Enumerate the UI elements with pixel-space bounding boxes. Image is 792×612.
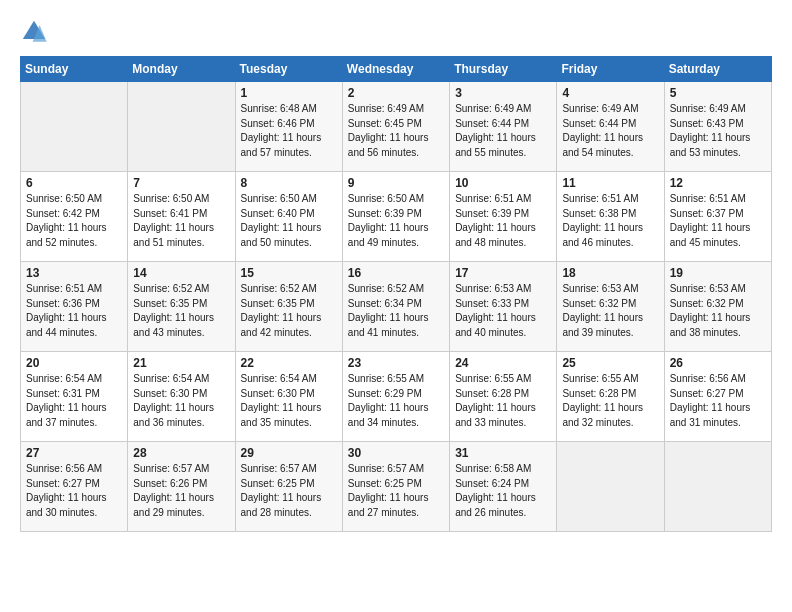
day-number: 19 <box>670 266 766 280</box>
day-info: Sunrise: 6:50 AMSunset: 6:42 PMDaylight:… <box>26 192 122 250</box>
day-info: Sunrise: 6:50 AMSunset: 6:40 PMDaylight:… <box>241 192 337 250</box>
day-number: 11 <box>562 176 658 190</box>
day-info: Sunrise: 6:52 AMSunset: 6:35 PMDaylight:… <box>133 282 229 340</box>
day-info: Sunrise: 6:51 AMSunset: 6:38 PMDaylight:… <box>562 192 658 250</box>
calendar-cell: 1Sunrise: 6:48 AMSunset: 6:46 PMDaylight… <box>235 82 342 172</box>
calendar-cell <box>557 442 664 532</box>
day-info: Sunrise: 6:58 AMSunset: 6:24 PMDaylight:… <box>455 462 551 520</box>
day-info: Sunrise: 6:49 AMSunset: 6:44 PMDaylight:… <box>562 102 658 160</box>
calendar-cell <box>21 82 128 172</box>
day-number: 30 <box>348 446 444 460</box>
weekday-header: Sunday <box>21 57 128 82</box>
day-info: Sunrise: 6:57 AMSunset: 6:25 PMDaylight:… <box>348 462 444 520</box>
day-info: Sunrise: 6:54 AMSunset: 6:30 PMDaylight:… <box>133 372 229 430</box>
day-number: 24 <box>455 356 551 370</box>
day-info: Sunrise: 6:55 AMSunset: 6:28 PMDaylight:… <box>562 372 658 430</box>
calendar-cell: 30Sunrise: 6:57 AMSunset: 6:25 PMDayligh… <box>342 442 449 532</box>
day-info: Sunrise: 6:51 AMSunset: 6:39 PMDaylight:… <box>455 192 551 250</box>
calendar-cell: 9Sunrise: 6:50 AMSunset: 6:39 PMDaylight… <box>342 172 449 262</box>
calendar-cell: 24Sunrise: 6:55 AMSunset: 6:28 PMDayligh… <box>450 352 557 442</box>
calendar-cell: 26Sunrise: 6:56 AMSunset: 6:27 PMDayligh… <box>664 352 771 442</box>
day-number: 4 <box>562 86 658 100</box>
header <box>20 18 772 46</box>
day-info: Sunrise: 6:54 AMSunset: 6:31 PMDaylight:… <box>26 372 122 430</box>
calendar-cell: 28Sunrise: 6:57 AMSunset: 6:26 PMDayligh… <box>128 442 235 532</box>
calendar-cell: 20Sunrise: 6:54 AMSunset: 6:31 PMDayligh… <box>21 352 128 442</box>
day-info: Sunrise: 6:52 AMSunset: 6:34 PMDaylight:… <box>348 282 444 340</box>
day-info: Sunrise: 6:57 AMSunset: 6:25 PMDaylight:… <box>241 462 337 520</box>
calendar-cell: 16Sunrise: 6:52 AMSunset: 6:34 PMDayligh… <box>342 262 449 352</box>
calendar-cell: 22Sunrise: 6:54 AMSunset: 6:30 PMDayligh… <box>235 352 342 442</box>
day-info: Sunrise: 6:54 AMSunset: 6:30 PMDaylight:… <box>241 372 337 430</box>
calendar-cell <box>664 442 771 532</box>
calendar-cell: 4Sunrise: 6:49 AMSunset: 6:44 PMDaylight… <box>557 82 664 172</box>
day-number: 5 <box>670 86 766 100</box>
day-number: 6 <box>26 176 122 190</box>
day-info: Sunrise: 6:55 AMSunset: 6:29 PMDaylight:… <box>348 372 444 430</box>
day-number: 31 <box>455 446 551 460</box>
calendar-cell: 7Sunrise: 6:50 AMSunset: 6:41 PMDaylight… <box>128 172 235 262</box>
calendar-cell: 17Sunrise: 6:53 AMSunset: 6:33 PMDayligh… <box>450 262 557 352</box>
day-info: Sunrise: 6:57 AMSunset: 6:26 PMDaylight:… <box>133 462 229 520</box>
day-number: 1 <box>241 86 337 100</box>
day-number: 10 <box>455 176 551 190</box>
day-number: 3 <box>455 86 551 100</box>
day-number: 9 <box>348 176 444 190</box>
weekday-header: Thursday <box>450 57 557 82</box>
day-number: 22 <box>241 356 337 370</box>
day-number: 18 <box>562 266 658 280</box>
day-info: Sunrise: 6:56 AMSunset: 6:27 PMDaylight:… <box>26 462 122 520</box>
calendar-week-row: 27Sunrise: 6:56 AMSunset: 6:27 PMDayligh… <box>21 442 772 532</box>
day-info: Sunrise: 6:51 AMSunset: 6:36 PMDaylight:… <box>26 282 122 340</box>
logo <box>20 18 52 46</box>
calendar-cell: 8Sunrise: 6:50 AMSunset: 6:40 PMDaylight… <box>235 172 342 262</box>
day-number: 8 <box>241 176 337 190</box>
calendar-week-row: 1Sunrise: 6:48 AMSunset: 6:46 PMDaylight… <box>21 82 772 172</box>
calendar-cell: 6Sunrise: 6:50 AMSunset: 6:42 PMDaylight… <box>21 172 128 262</box>
day-info: Sunrise: 6:48 AMSunset: 6:46 PMDaylight:… <box>241 102 337 160</box>
calendar-cell: 12Sunrise: 6:51 AMSunset: 6:37 PMDayligh… <box>664 172 771 262</box>
day-number: 21 <box>133 356 229 370</box>
weekday-header: Monday <box>128 57 235 82</box>
day-info: Sunrise: 6:56 AMSunset: 6:27 PMDaylight:… <box>670 372 766 430</box>
day-info: Sunrise: 6:55 AMSunset: 6:28 PMDaylight:… <box>455 372 551 430</box>
day-number: 27 <box>26 446 122 460</box>
weekday-header: Wednesday <box>342 57 449 82</box>
day-number: 7 <box>133 176 229 190</box>
calendar-table: SundayMondayTuesdayWednesdayThursdayFrid… <box>20 56 772 532</box>
calendar-cell: 27Sunrise: 6:56 AMSunset: 6:27 PMDayligh… <box>21 442 128 532</box>
calendar-cell: 2Sunrise: 6:49 AMSunset: 6:45 PMDaylight… <box>342 82 449 172</box>
calendar-cell: 19Sunrise: 6:53 AMSunset: 6:32 PMDayligh… <box>664 262 771 352</box>
calendar-cell: 15Sunrise: 6:52 AMSunset: 6:35 PMDayligh… <box>235 262 342 352</box>
day-number: 14 <box>133 266 229 280</box>
calendar-cell: 13Sunrise: 6:51 AMSunset: 6:36 PMDayligh… <box>21 262 128 352</box>
day-number: 28 <box>133 446 229 460</box>
day-number: 23 <box>348 356 444 370</box>
calendar-cell: 18Sunrise: 6:53 AMSunset: 6:32 PMDayligh… <box>557 262 664 352</box>
calendar-week-row: 13Sunrise: 6:51 AMSunset: 6:36 PMDayligh… <box>21 262 772 352</box>
day-number: 16 <box>348 266 444 280</box>
calendar-cell: 25Sunrise: 6:55 AMSunset: 6:28 PMDayligh… <box>557 352 664 442</box>
calendar-cell: 10Sunrise: 6:51 AMSunset: 6:39 PMDayligh… <box>450 172 557 262</box>
day-info: Sunrise: 6:51 AMSunset: 6:37 PMDaylight:… <box>670 192 766 250</box>
calendar-cell: 3Sunrise: 6:49 AMSunset: 6:44 PMDaylight… <box>450 82 557 172</box>
calendar-cell: 31Sunrise: 6:58 AMSunset: 6:24 PMDayligh… <box>450 442 557 532</box>
logo-icon <box>20 18 48 46</box>
day-info: Sunrise: 6:53 AMSunset: 6:33 PMDaylight:… <box>455 282 551 340</box>
day-number: 2 <box>348 86 444 100</box>
day-number: 26 <box>670 356 766 370</box>
day-number: 29 <box>241 446 337 460</box>
day-number: 12 <box>670 176 766 190</box>
weekday-header-row: SundayMondayTuesdayWednesdayThursdayFrid… <box>21 57 772 82</box>
day-info: Sunrise: 6:50 AMSunset: 6:41 PMDaylight:… <box>133 192 229 250</box>
calendar-cell: 23Sunrise: 6:55 AMSunset: 6:29 PMDayligh… <box>342 352 449 442</box>
calendar-cell <box>128 82 235 172</box>
calendar-cell: 21Sunrise: 6:54 AMSunset: 6:30 PMDayligh… <box>128 352 235 442</box>
day-info: Sunrise: 6:53 AMSunset: 6:32 PMDaylight:… <box>562 282 658 340</box>
day-info: Sunrise: 6:49 AMSunset: 6:45 PMDaylight:… <box>348 102 444 160</box>
page: SundayMondayTuesdayWednesdayThursdayFrid… <box>0 0 792 612</box>
calendar-cell: 5Sunrise: 6:49 AMSunset: 6:43 PMDaylight… <box>664 82 771 172</box>
day-info: Sunrise: 6:50 AMSunset: 6:39 PMDaylight:… <box>348 192 444 250</box>
day-info: Sunrise: 6:53 AMSunset: 6:32 PMDaylight:… <box>670 282 766 340</box>
calendar-cell: 29Sunrise: 6:57 AMSunset: 6:25 PMDayligh… <box>235 442 342 532</box>
